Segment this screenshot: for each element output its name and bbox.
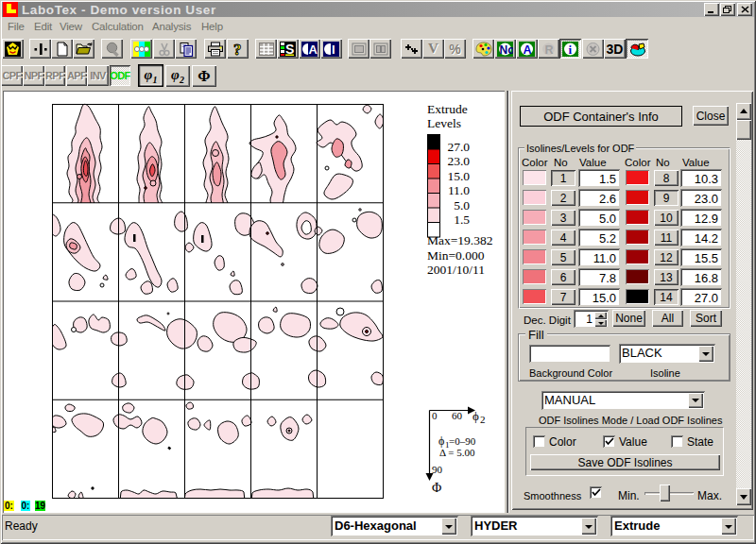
svg-text:2: 2	[480, 414, 486, 425]
svg-text:Extrude: Extrude	[427, 102, 468, 116]
svg-text:2001/10/11: 2001/10/11	[427, 263, 485, 277]
svg-text:ϕ: ϕ	[472, 409, 479, 423]
svg-text:5.0: 5.0	[454, 198, 470, 212]
svg-text:15.0: 15.0	[447, 169, 470, 183]
svg-text:Δ = 5.00: Δ = 5.00	[439, 447, 475, 458]
svg-text:27.0: 27.0	[447, 140, 470, 154]
svg-text:Min=0.000: Min=0.000	[427, 248, 485, 263]
svg-text:Levels: Levels	[427, 116, 461, 130]
svg-text:ϕ: ϕ	[438, 434, 444, 448]
svg-text:1.5: 1.5	[454, 212, 470, 227]
svg-text:0: 0	[432, 410, 438, 421]
svg-text:=0–90: =0–90	[449, 435, 476, 447]
svg-text:90: 90	[432, 464, 443, 475]
svg-text:11.0: 11.0	[448, 183, 470, 197]
svg-text:Φ: Φ	[432, 481, 441, 495]
svg-text:Max=19.382: Max=19.382	[427, 233, 492, 247]
svg-text:60: 60	[452, 410, 463, 421]
svg-text:23.0: 23.0	[447, 154, 470, 168]
